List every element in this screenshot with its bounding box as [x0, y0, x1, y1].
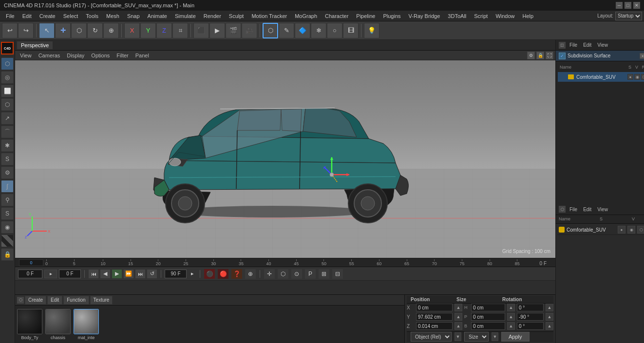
mat-function-button[interactable]: Function [63, 296, 89, 305]
material-tool-button[interactable]: ◉ [1, 221, 14, 234]
scene-button[interactable]: ❄ [311, 23, 326, 38]
y-axis-button[interactable]: Y [140, 23, 156, 38]
size-z-arrow[interactable]: ▲ [507, 322, 515, 330]
menu-select[interactable]: Select [59, 11, 82, 21]
render-picture-button[interactable]: 🎬 [226, 23, 241, 38]
bend-tool-button[interactable]: ∫ [1, 180, 14, 193]
curve-tool-button[interactable]: ⌒ [1, 126, 14, 138]
menu-window[interactable]: Window [492, 11, 518, 21]
record-scale-button[interactable]: ❓ [231, 269, 243, 279]
vp-menu-display[interactable]: Display [64, 52, 87, 59]
render-region-button[interactable]: ⬛ [193, 23, 209, 38]
frame-step-button[interactable]: ▸ [44, 270, 57, 278]
undo-button[interactable]: ↩ [2, 23, 18, 38]
go-start-button[interactable]: ⏮ [88, 269, 99, 279]
render-view-button[interactable]: ▶ [209, 23, 225, 38]
display1-button[interactable]: ○ [327, 23, 342, 38]
rot-y-input[interactable] [517, 313, 544, 321]
obj-v-icon[interactable]: ◉ [634, 74, 640, 80]
perspective-button[interactable]: ⬡ [263, 23, 278, 38]
pb-mode5-button[interactable]: ⊞ [318, 269, 330, 279]
pb-mode4-button[interactable]: P [304, 269, 316, 279]
pb-mode6-button[interactable]: ⊟ [332, 269, 343, 279]
anim-start-input[interactable] [59, 270, 81, 278]
menu-sculpt[interactable]: Sculpt [225, 11, 248, 21]
menu-3dtoall[interactable]: 3DToAll [444, 11, 470, 21]
cylinder-tool-button[interactable]: ⬜ [1, 85, 14, 97]
tab-perspective[interactable]: Perspective [17, 41, 53, 49]
camera-tool-button[interactable]: S [1, 153, 14, 165]
go-end-button[interactable]: ⏭ [135, 269, 146, 279]
light-tool-button[interactable]: ⚙ [1, 166, 14, 179]
coord-mode-arrow[interactable]: ▼ [455, 332, 461, 341]
rot-y-arrow[interactable]: ▲ [546, 313, 553, 321]
select-tool-button[interactable]: ↖ [39, 23, 55, 38]
menu-mograph[interactable]: MoGraph [291, 11, 321, 21]
display2-button[interactable]: 🎞 [343, 23, 359, 38]
rotate-tool-button[interactable]: ↻ [87, 23, 103, 38]
attr-s-button[interactable]: ● [618, 226, 625, 234]
play-forward-button[interactable]: ▶ [112, 269, 122, 279]
rot-x-input[interactable] [517, 304, 544, 311]
viewport-lock-icon[interactable]: 🔒 [536, 52, 544, 59]
lock-button[interactable]: 🔒 [1, 248, 14, 261]
size-mode-select[interactable]: Size [464, 332, 489, 342]
obj-comfortable-suv[interactable]: Comfortable_SUV ● ◉ ⬡ … [558, 72, 644, 82]
size-z-input[interactable] [471, 322, 505, 330]
pos-x-arrow[interactable]: ▲ [455, 304, 462, 311]
maximize-button[interactable]: □ [625, 2, 631, 9]
attr-menu-edit[interactable]: Edit [581, 207, 593, 212]
menu-pipeline[interactable]: Pipeline [352, 11, 379, 21]
menu-motion-tracker[interactable]: Motion Tracker [247, 11, 291, 21]
pos-x-input[interactable] [416, 304, 453, 311]
nurbs-tool-button[interactable]: ↗ [1, 112, 14, 125]
attr-menu-file[interactable]: File [568, 207, 579, 212]
layout-select[interactable]: Startup [615, 12, 642, 20]
rot-x-arrow[interactable]: ▲ [546, 304, 553, 311]
subdiv-check-icon[interactable]: ✓ [559, 53, 566, 59]
obj-menu-view[interactable]: View [595, 42, 610, 48]
menu-vray[interactable]: V-Ray Bridge [405, 11, 444, 21]
menu-file[interactable]: File [2, 11, 19, 21]
move-tool-button[interactable]: ✛ [55, 23, 71, 38]
multi-tool-button[interactable]: ⊕ [103, 23, 119, 38]
object-button[interactable]: 🔷 [295, 23, 310, 38]
light-button[interactable]: 💡 [364, 23, 379, 38]
sphere-tool-button[interactable]: ◎ [1, 71, 14, 84]
rot-z-input[interactable] [517, 322, 544, 330]
close-button[interactable]: ✕ [633, 2, 640, 9]
record-all-button[interactable]: ⊕ [245, 269, 256, 279]
pb-mode2-button[interactable]: ⬡ [277, 269, 289, 279]
subdivision-surface-row[interactable]: ✓ Subdivision Surface ● ◉ [556, 51, 644, 61]
vp-menu-view[interactable]: View [17, 52, 35, 59]
current-frame-input[interactable] [18, 270, 42, 278]
menu-plugins[interactable]: Plugins [379, 11, 404, 21]
world-axis-button[interactable]: ⌗ [172, 23, 188, 38]
vp-menu-options[interactable]: Options [88, 52, 113, 59]
timeline-ruler-ticks[interactable]: 051015202530354045505560657075808590 [45, 258, 543, 267]
pb-mode3-button[interactable]: ⊙ [291, 269, 303, 279]
size-mode-arrow[interactable]: ▼ [492, 332, 498, 341]
paint-tool-button[interactable]: S [1, 207, 14, 220]
mat-create-button[interactable]: Create [25, 296, 46, 305]
menu-animate[interactable]: Animate [144, 11, 171, 21]
redo-button[interactable]: ↪ [18, 23, 34, 38]
record-position-button[interactable]: ⚫ [204, 269, 215, 279]
menu-mesh[interactable]: Mesh [102, 11, 123, 21]
menu-render[interactable]: Render [200, 11, 225, 21]
play-backward-button[interactable]: ◀ [100, 269, 111, 279]
scale-tool-button[interactable]: ⬡ [71, 23, 87, 38]
menu-help[interactable]: Help [519, 11, 538, 21]
pos-z-arrow[interactable]: ▲ [455, 322, 462, 330]
subdiv-vis-icon[interactable]: ● [640, 53, 644, 59]
record-rotation-button[interactable]: 🔴 [217, 269, 229, 279]
attr-row-suv[interactable]: Comfortable_SUV ● ◉ ⬡ … [557, 225, 644, 235]
mat-edit-button[interactable]: Edit [47, 296, 62, 305]
material-mat-inte[interactable]: mat_inte [74, 309, 99, 340]
obj-menu-edit[interactable]: Edit [581, 42, 593, 48]
menu-script[interactable]: Script [470, 11, 492, 21]
menu-snap[interactable]: Snap [123, 11, 144, 21]
magnet-tool-button[interactable]: ⚲ [1, 194, 14, 206]
obj-s-icon[interactable]: ● [627, 74, 633, 80]
render-anim-button[interactable]: 🎥 [242, 23, 257, 38]
